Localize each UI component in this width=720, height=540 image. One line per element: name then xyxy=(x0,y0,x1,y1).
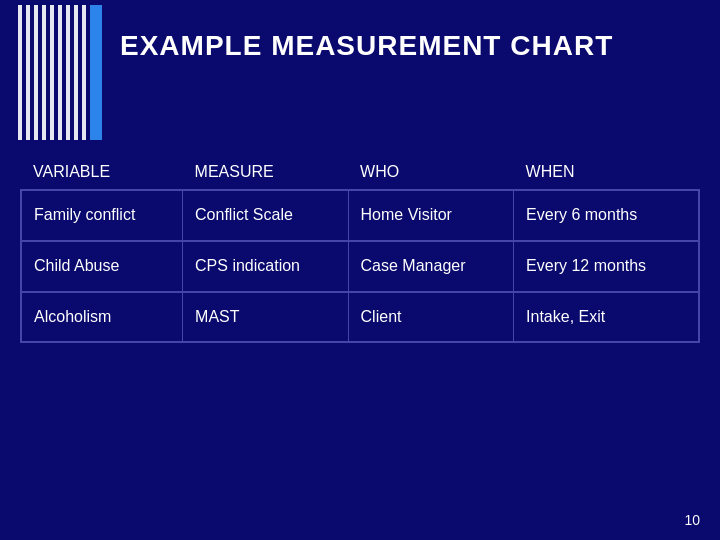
table-row: Child Abuse CPS indication Case Manager … xyxy=(21,241,699,292)
table-row: Family conflict Conflict Scale Home Visi… xyxy=(21,190,699,241)
cell-measure-2: MAST xyxy=(183,292,349,343)
cell-when-2: Intake, Exit xyxy=(514,292,699,343)
col-header-who: WHO xyxy=(348,155,514,190)
cell-who-2: Client xyxy=(348,292,514,343)
col-header-measure: MEASURE xyxy=(183,155,349,190)
cell-variable-1: Child Abuse xyxy=(21,241,183,292)
measurement-table: VARIABLE MEASURE WHO WHEN Family conflic… xyxy=(20,155,700,343)
page-number: 10 xyxy=(684,512,700,528)
svg-rect-10 xyxy=(90,5,102,140)
page-container: EXAMPLE MEASUREMENT CHART VARIABLE MEASU… xyxy=(0,0,720,540)
cell-variable-0: Family conflict xyxy=(21,190,183,241)
svg-rect-8 xyxy=(74,5,78,140)
decorative-logo xyxy=(0,0,115,155)
table-container: VARIABLE MEASURE WHO WHEN Family conflic… xyxy=(20,155,700,480)
cell-when-0: Every 6 months xyxy=(514,190,699,241)
svg-rect-2 xyxy=(26,5,30,140)
svg-rect-7 xyxy=(66,5,70,140)
table-header-row: VARIABLE MEASURE WHO WHEN xyxy=(21,155,699,190)
svg-rect-4 xyxy=(42,5,46,140)
cell-when-1: Every 12 months xyxy=(514,241,699,292)
cell-who-0: Home Visitor xyxy=(348,190,514,241)
cell-variable-2: Alcoholism xyxy=(21,292,183,343)
cell-measure-1: CPS indication xyxy=(183,241,349,292)
svg-rect-3 xyxy=(34,5,38,140)
title-area: EXAMPLE MEASUREMENT CHART xyxy=(120,30,700,62)
svg-rect-9 xyxy=(82,5,86,140)
cell-who-1: Case Manager xyxy=(348,241,514,292)
svg-rect-1 xyxy=(18,5,22,140)
col-header-variable: VARIABLE xyxy=(21,155,183,190)
page-title: EXAMPLE MEASUREMENT CHART xyxy=(120,30,700,62)
svg-rect-6 xyxy=(58,5,62,140)
cell-measure-0: Conflict Scale xyxy=(183,190,349,241)
col-header-when: WHEN xyxy=(514,155,699,190)
svg-rect-5 xyxy=(50,5,54,140)
table-row: Alcoholism MAST Client Intake, Exit xyxy=(21,292,699,343)
